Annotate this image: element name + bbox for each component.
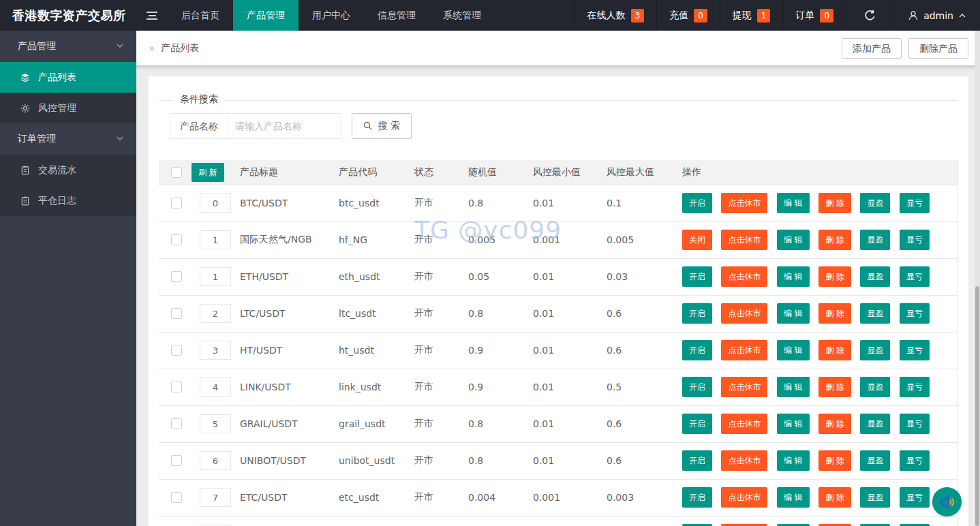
refresh-sort-button[interactable]: 刷 新	[192, 163, 224, 182]
pause-market-button[interactable]: 点击休市	[721, 487, 767, 508]
delete-button[interactable]: 删 除	[818, 377, 851, 397]
pause-market-button[interactable]: 点击休市	[721, 340, 767, 360]
scrollbar-thumb[interactable]	[975, 286, 979, 526]
pause-market-button[interactable]: 点击休市	[721, 414, 767, 434]
show-profit-button[interactable]: 显盈	[860, 266, 890, 287]
sidebar-item-close-log[interactable]: 平仓日志	[0, 185, 136, 216]
show-loss-button[interactable]: 显亏	[900, 303, 930, 324]
toggle-button[interactable]: 开启	[682, 193, 712, 213]
vertical-scrollbar[interactable]	[975, 31, 980, 526]
sort-input[interactable]	[200, 194, 231, 213]
sort-input[interactable]	[200, 267, 231, 286]
pause-market-button[interactable]: 点击休市	[721, 230, 767, 250]
stat-deposits[interactable]: 充值 0	[656, 0, 720, 31]
toggle-button[interactable]: 开启	[682, 450, 712, 471]
edit-button[interactable]: 编 辑	[777, 303, 810, 324]
pause-market-button[interactable]: 点击休市	[721, 303, 767, 324]
nav-item-system[interactable]: 系统管理	[429, 0, 495, 31]
sidebar-item-trade-flow[interactable]: 交易流水	[0, 155, 136, 185]
gear-icon	[20, 104, 30, 113]
show-profit-button[interactable]: 显盈	[860, 450, 890, 471]
show-loss-button[interactable]: 显亏	[900, 487, 930, 508]
edit-button[interactable]: 编 辑	[777, 230, 810, 250]
delete-product-button[interactable]: 删除产品	[908, 38, 968, 59]
user-menu[interactable]: admin	[893, 0, 980, 31]
search-button[interactable]: 搜 索	[352, 113, 412, 139]
show-loss-button[interactable]: 显亏	[900, 340, 930, 360]
delete-button[interactable]: 删 除	[818, 487, 851, 508]
edit-button[interactable]: 编 辑	[777, 266, 810, 287]
sort-input[interactable]	[200, 341, 231, 360]
delete-button[interactable]: 删 除	[818, 414, 851, 434]
product-name-input[interactable]	[228, 113, 341, 139]
toggle-button[interactable]: 开启	[682, 303, 712, 324]
row-checkbox[interactable]	[171, 345, 182, 356]
edit-button[interactable]: 编 辑	[777, 450, 810, 471]
edit-button[interactable]: 编 辑	[777, 377, 810, 397]
toggle-button[interactable]: 开启	[682, 414, 712, 434]
row-checkbox[interactable]	[171, 308, 182, 319]
delete-button[interactable]: 删 除	[818, 193, 851, 213]
row-checkbox[interactable]	[171, 418, 182, 429]
show-loss-button[interactable]: 显亏	[900, 450, 930, 471]
show-loss-button[interactable]: 显亏	[900, 377, 930, 397]
row-checkbox[interactable]	[171, 234, 182, 245]
stat-withdrawals[interactable]: 提现 1	[720, 0, 783, 31]
nav-item-dashboard[interactable]: 后台首页	[168, 0, 233, 31]
stat-online-users[interactable]: 在线人数 3	[575, 0, 657, 31]
row-checkbox[interactable]	[171, 271, 182, 282]
delete-button[interactable]: 删 除	[818, 230, 851, 250]
sort-input[interactable]	[200, 230, 231, 249]
toggle-button[interactable]: 开启	[682, 266, 712, 287]
row-checkbox[interactable]	[171, 198, 182, 208]
edit-button[interactable]: 编 辑	[777, 340, 810, 360]
audio-announcement-icon[interactable]	[932, 487, 962, 516]
delete-button[interactable]: 删 除	[818, 450, 851, 471]
edit-button[interactable]: 编 辑	[777, 414, 810, 434]
show-profit-button[interactable]: 显盈	[860, 487, 890, 508]
delete-button[interactable]: 删 除	[818, 303, 851, 324]
show-loss-button[interactable]: 显亏	[900, 414, 930, 434]
show-profit-button[interactable]: 显盈	[860, 340, 890, 360]
row-checkbox[interactable]	[171, 382, 182, 392]
toggle-button[interactable]: 关闭	[682, 230, 712, 250]
select-all-checkbox[interactable]	[171, 167, 182, 178]
toggle-button[interactable]: 开启	[682, 340, 712, 360]
sort-input[interactable]	[200, 304, 231, 323]
sort-input[interactable]	[200, 488, 231, 507]
show-loss-button[interactable]: 显亏	[900, 266, 930, 287]
nav-item-products[interactable]: 产品管理	[233, 0, 298, 31]
refresh-icon[interactable]	[846, 0, 893, 31]
stat-orders[interactable]: 订单 0	[782, 0, 846, 31]
sort-input[interactable]	[200, 414, 231, 433]
add-product-button[interactable]: 添加产品	[842, 38, 902, 59]
nav-item-users[interactable]: 用户中心	[298, 0, 364, 31]
toggle-button[interactable]: 开启	[682, 377, 712, 397]
pause-market-button[interactable]: 点击休市	[721, 193, 767, 213]
row-checkbox[interactable]	[171, 492, 182, 503]
toggle-button[interactable]: 开启	[682, 487, 712, 508]
edit-button[interactable]: 编 辑	[777, 193, 810, 213]
sidebar-group-products[interactable]: 产品管理	[0, 31, 136, 62]
row-checkbox[interactable]	[171, 455, 182, 466]
sidebar-item-risk-control[interactable]: 风控管理	[0, 93, 136, 123]
menu-toggle-icon[interactable]	[136, 0, 168, 31]
delete-button[interactable]: 删 除	[818, 266, 851, 287]
sidebar-item-product-list[interactable]: 产品列表	[0, 62, 136, 93]
sort-input[interactable]	[200, 451, 231, 470]
show-profit-button[interactable]: 显盈	[860, 414, 890, 434]
delete-button[interactable]: 删 除	[818, 340, 851, 360]
edit-button[interactable]: 编 辑	[777, 487, 810, 508]
pause-market-button[interactable]: 点击休市	[721, 377, 767, 397]
show-profit-button[interactable]: 显盈	[860, 230, 890, 250]
sort-input[interactable]	[200, 377, 231, 397]
show-loss-button[interactable]: 显亏	[900, 193, 930, 213]
pause-market-button[interactable]: 点击休市	[721, 266, 767, 287]
show-profit-button[interactable]: 显盈	[860, 193, 890, 213]
nav-item-info[interactable]: 信息管理	[364, 0, 429, 31]
show-profit-button[interactable]: 显盈	[860, 377, 890, 397]
sidebar-group-orders[interactable]: 订单管理	[0, 123, 136, 155]
pause-market-button[interactable]: 点击休市	[721, 450, 767, 471]
show-profit-button[interactable]: 显盈	[860, 303, 890, 324]
show-loss-button[interactable]: 显亏	[900, 230, 930, 250]
